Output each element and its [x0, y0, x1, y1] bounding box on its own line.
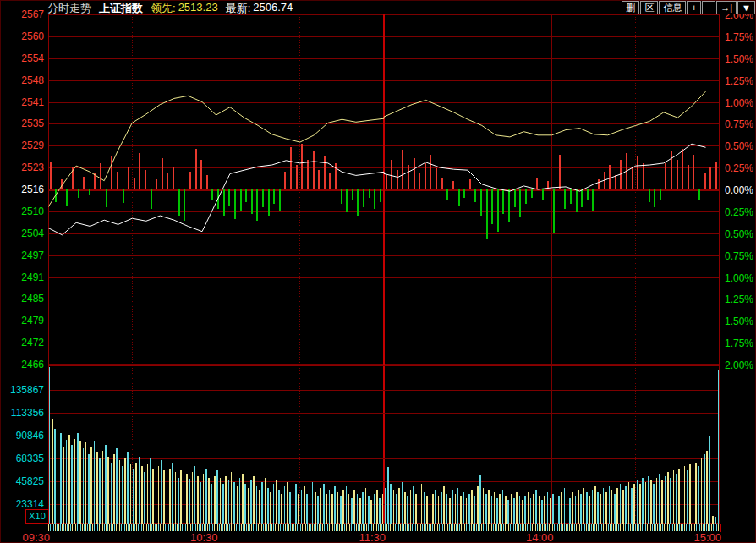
percent-axis-label: 0.25% — [725, 207, 753, 217]
volume-axis-label: 68335 — [0, 453, 44, 463]
percent-axis-label: 0.75% — [725, 119, 753, 129]
stock-chart-window: 分时走势 上证指数 领先: 2513.23 最新: 2506.74 删 区 信息… — [0, 0, 756, 543]
toolbar: 删 区 信息 + − →| ▼ — [622, 1, 755, 14]
delete-button[interactable]: 删 — [622, 1, 639, 14]
zoom-out-button[interactable]: − — [702, 1, 715, 14]
time-axis-label: 10:30 — [190, 531, 218, 543]
percent-axis: 2.00%1.75%1.50%1.25%1.00%0.75%0.50%0.25%… — [725, 0, 756, 543]
skip-end-icon[interactable]: →| — [716, 1, 737, 14]
percent-axis-label: 1.75% — [725, 338, 753, 348]
volume-axis: 13586711335690846683354582523314 — [0, 0, 44, 543]
percent-axis-label: 0.50% — [725, 229, 753, 239]
percent-axis-label: 1.50% — [725, 54, 753, 64]
volume-axis-label: 135867 — [0, 385, 44, 395]
time-axis-label: 15:00 — [693, 531, 721, 543]
volume-axis-label: 113356 — [0, 408, 44, 418]
minute-ticker-strip[interactable] — [48, 524, 720, 531]
price-chart-pane[interactable] — [48, 14, 720, 365]
volume-chart-pane[interactable] — [48, 365, 720, 524]
info-button[interactable]: 信息 — [659, 1, 686, 14]
percent-axis-label: 1.00% — [725, 98, 753, 108]
percent-axis-label: 0.75% — [725, 251, 753, 261]
title-bar: 分时走势 上证指数 领先: 2513.23 最新: 2506.74 删 区 信息… — [0, 0, 756, 14]
percent-axis-label: 0.50% — [725, 141, 753, 151]
time-axis: 09:3010:3011:3014:0015:00 — [0, 531, 756, 543]
percent-axis-label: 0.00% — [725, 185, 753, 195]
volume-axis-label: 23314 — [0, 499, 44, 509]
volume-axis-label: 90846 — [0, 431, 44, 441]
time-axis-label: 11:30 — [359, 531, 386, 543]
percent-axis-label: 1.50% — [725, 316, 753, 326]
time-axis-label: 14:00 — [526, 531, 554, 543]
region-button[interactable]: 区 — [640, 1, 658, 14]
percent-axis-label: 0.25% — [725, 163, 753, 173]
percent-axis-label: 1.25% — [725, 76, 753, 86]
dropdown-icon[interactable]: ▼ — [737, 1, 755, 14]
zoom-in-button[interactable]: + — [687, 1, 700, 14]
volume-axis-label: 45825 — [0, 476, 44, 486]
percent-axis-label: 1.25% — [725, 294, 753, 304]
percent-axis-label: 1.00% — [725, 273, 753, 283]
percent-axis-label: 1.75% — [725, 32, 753, 42]
percent-axis-label: 2.00% — [725, 360, 753, 370]
